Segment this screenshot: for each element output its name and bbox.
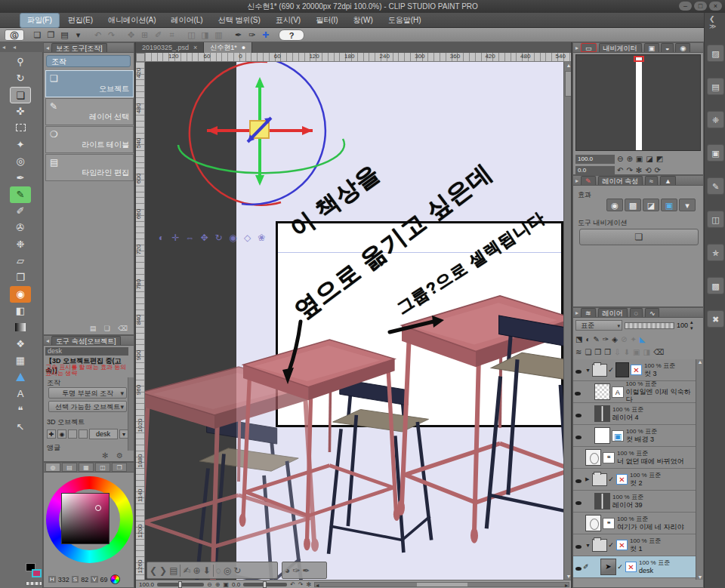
layer-visibility-toggle[interactable] xyxy=(573,560,583,574)
clip-below-icon[interactable]: ◐ xyxy=(585,335,590,343)
scrollbar-thumb[interactable] xyxy=(417,583,467,586)
transparent-color-swatch[interactable] xyxy=(26,581,42,586)
layer-thumbnail[interactable] xyxy=(594,383,610,400)
layer-thumbnail[interactable] xyxy=(594,427,610,444)
tab-tool-icon[interactable]: ▲ xyxy=(660,176,676,185)
layer-row[interactable]: ▶✓✕100 % 표준컷 2 xyxy=(573,469,697,491)
maximize-button[interactable]: □ xyxy=(694,2,707,11)
tool-pattern[interactable]: ❖ xyxy=(10,336,31,352)
object-name-dropdown[interactable]: desk xyxy=(89,429,118,439)
scroll-right-icon[interactable]: ▸ xyxy=(565,582,568,588)
tool-balloon[interactable]: ❝ xyxy=(10,402,31,419)
material-edit[interactable]: ✎ xyxy=(707,177,724,195)
panel-menu-icon[interactable]: ▸ xyxy=(575,177,578,184)
rotation-slider[interactable] xyxy=(243,583,287,586)
zoom-slider[interactable] xyxy=(157,583,204,586)
subtool-group-tab[interactable]: 조작 xyxy=(46,55,131,67)
mesh-icon[interactable]: ⌗ xyxy=(165,29,178,41)
zoom-in-icon[interactable]: ⊕ xyxy=(215,581,221,588)
panel-menu-icon[interactable]: ◂ xyxy=(46,337,49,344)
close-button[interactable]: × xyxy=(709,2,722,11)
layer-row[interactable]: ▣100 % 표준컷 배경 3 xyxy=(573,425,697,447)
tool-navigation-button[interactable]: ❏ xyxy=(579,229,699,245)
camera-rotate-icon[interactable]: ◐ xyxy=(155,232,168,245)
tab-mixing-icon[interactable]: ◫ xyxy=(95,463,110,472)
tool-fill[interactable]: ◧ xyxy=(10,303,31,319)
next-object-icon[interactable]: ❯ xyxy=(159,565,167,576)
layer-panel-title[interactable]: 레이어 xyxy=(598,308,628,317)
layer-visibility-toggle[interactable] xyxy=(573,363,583,377)
object-list-icon[interactable]: ▤ xyxy=(169,565,177,576)
lock-layer-icon[interactable]: ◈ xyxy=(612,335,618,343)
material-pose[interactable]: ✯ xyxy=(707,244,724,261)
tab-item-bank-icon[interactable]: ◒ xyxy=(661,43,674,52)
selectable-object-dropdown[interactable]: 선택 가능한 오브젝트▾ xyxy=(48,401,127,412)
new-folder-icon[interactable]: ❒ xyxy=(604,348,611,356)
horizontal-scrollbar[interactable]: ◂ ▸ xyxy=(314,582,569,587)
scroll-down-icon[interactable]: ▼ xyxy=(696,574,704,580)
effect-border-icon[interactable]: ◉ xyxy=(606,199,623,211)
menu-animation[interactable]: 애니메이션(A) xyxy=(101,14,162,27)
layer-visibility-toggle[interactable] xyxy=(573,429,583,442)
layer-property-tab-icon[interactable]: ✎ xyxy=(581,176,596,185)
layer-visibility-toggle[interactable] xyxy=(573,407,583,420)
navigator-title[interactable]: 내비게이터 xyxy=(599,43,642,52)
panel-menu-icon[interactable]: ▸ xyxy=(575,309,578,316)
layer-row[interactable]: 100 % 표준레이어 4 xyxy=(573,403,697,425)
fit-screen-icon[interactable]: ▣ xyxy=(636,155,643,163)
palette-dropdown-icon[interactable]: ⬔ xyxy=(575,335,582,343)
subtool-footer-icons[interactable]: ▤ ❏ ⌫ xyxy=(90,325,131,332)
snap-special-ruler-icon[interactable]: ◨ xyxy=(199,29,211,41)
vector-snap-icon[interactable]: ✒ xyxy=(232,29,245,41)
menu-file[interactable]: 파일(F) xyxy=(20,13,60,28)
pen-touch-icon[interactable]: ✒ xyxy=(302,565,310,576)
effect-expand-icon[interactable]: ▾ xyxy=(679,199,696,211)
new-file-icon[interactable]: ❏ xyxy=(31,29,44,41)
fit-screen-icon[interactable]: ▣ xyxy=(223,581,229,588)
layer-list-scrollbar[interactable]: ▲ ▼ xyxy=(696,359,703,580)
tab-20190325[interactable]: 20190325_.psd× xyxy=(136,42,204,53)
sub-color-swatch[interactable] xyxy=(32,569,42,577)
close-tab-icon[interactable]: × xyxy=(193,44,197,51)
redo-view-icon[interactable]: ⟳ xyxy=(655,166,661,174)
edit-pose-icon[interactable]: ✍ xyxy=(183,565,190,576)
layer-row[interactable]: ▼✓✕100 % 표준컷 3 xyxy=(573,359,697,381)
set-reference-icon[interactable]: ◣ xyxy=(640,335,646,343)
folder-expand-toggle[interactable]: ▼ xyxy=(585,368,592,373)
object-rotate-icon[interactable]: ↻ xyxy=(212,232,225,245)
tool-blend[interactable]: ◉ xyxy=(10,286,31,303)
tool-pencil[interactable]: ✎ xyxy=(10,186,31,203)
material-3d[interactable]: ◫ xyxy=(707,211,724,228)
blend-mode-dropdown[interactable]: 표준▾ xyxy=(575,320,622,331)
tool-auto-select[interactable]: ✦ xyxy=(10,137,31,153)
menu-view[interactable]: 표시(V) xyxy=(269,14,307,27)
flip-horizontal-icon[interactable]: ◩ xyxy=(656,155,663,163)
object-3d-rotate-icon[interactable]: ◉ xyxy=(227,232,239,245)
menu-filter[interactable]: 필터(I) xyxy=(309,14,344,27)
rotate-right-icon[interactable]: ↷ xyxy=(298,581,304,588)
tool-operate[interactable]: ❏ xyxy=(10,87,31,103)
tool-decoration[interactable]: ❉ xyxy=(10,236,31,253)
panel-menu-icon[interactable]: ▸ xyxy=(575,45,578,51)
tab-color-slider-icon[interactable]: ▤ xyxy=(62,463,77,472)
create-mask-icon[interactable]: ▣ xyxy=(633,348,640,356)
transparency-operation-dropdown[interactable]: 투명 부분의 조작▾ xyxy=(48,387,127,399)
canvas-viewport[interactable]: ◐✛⇔✥↻◉◇❀ 이 책상을 옆으로 옮기고 싶은데 그룹?으로 셀렉됩니다 ❮… xyxy=(145,62,563,580)
panel-menu-icon[interactable]: ◂ xyxy=(46,45,49,51)
layer-row[interactable]: A100 % 표준이럴일엔 이제 익숙하다 xyxy=(573,381,697,403)
effect-layer-color-icon[interactable]: ▣ xyxy=(661,199,677,211)
tool-airbrush[interactable]: ✇ xyxy=(10,220,31,236)
reset-rotate-icon[interactable]: ✻ xyxy=(636,166,642,174)
delete-layer-icon[interactable]: ⌫ xyxy=(653,348,664,356)
subtool-layer-select[interactable]: ✎레이어 선택 xyxy=(45,98,134,125)
transfer-down-icon[interactable]: ⇩ xyxy=(614,348,620,356)
layer-visibility-toggle[interactable] xyxy=(573,494,583,508)
tool-rotate-view[interactable]: ↻ xyxy=(10,70,31,87)
zoom-out-icon[interactable]: ⊖ xyxy=(207,581,212,588)
tab-history-icon[interactable]: ❒ xyxy=(112,463,127,472)
layer-visibility-toggle[interactable] xyxy=(573,473,583,486)
material-color-pattern[interactable]: ▨ xyxy=(707,45,724,62)
object-plane-icon[interactable]: ◇ xyxy=(241,232,254,245)
apply-mask-icon[interactable]: ◨ xyxy=(643,348,650,356)
camera-roll-icon[interactable]: ◎ xyxy=(224,565,231,576)
